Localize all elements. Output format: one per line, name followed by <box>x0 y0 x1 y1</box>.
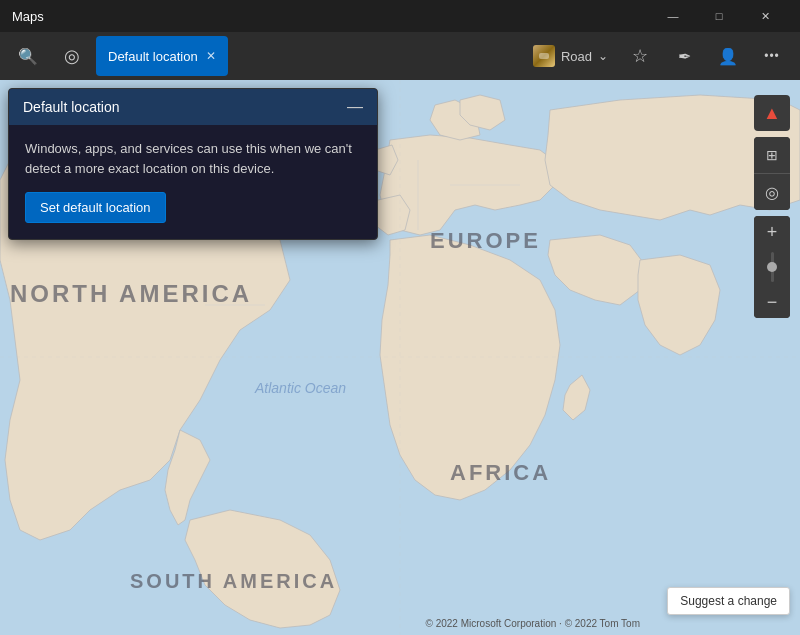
layers-button[interactable]: ⊞ <box>754 137 790 173</box>
tab-close-icon[interactable]: ✕ <box>206 49 216 63</box>
more-button[interactable]: ••• <box>752 36 792 76</box>
panel-minimize-button[interactable]: — <box>347 99 363 115</box>
more-icon: ••• <box>764 49 780 63</box>
favorites-button[interactable]: ☆ <box>620 36 660 76</box>
search-button[interactable]: 🔍 <box>8 36 48 76</box>
minimize-button[interactable]: — <box>650 0 696 32</box>
zoom-group: + − <box>754 216 790 318</box>
my-location-icon: ◎ <box>765 183 779 202</box>
tab-label: Default location <box>108 49 198 64</box>
zoom-in-button[interactable]: + <box>754 216 790 248</box>
road-map-icon <box>533 45 555 67</box>
layers-location-group: ⊞ ◎ <box>754 137 790 210</box>
chevron-down-icon: ⌄ <box>598 49 608 63</box>
zoom-controls: + − <box>754 216 790 318</box>
map-container[interactable]: NORTH AMERICA SOUTH AMERICA EUROPE AFRIC… <box>0 80 800 635</box>
zoom-track <box>771 252 774 282</box>
search-icon: 🔍 <box>18 47 38 66</box>
compass-button[interactable]: ▲ <box>754 95 790 131</box>
compass-group: ▲ <box>754 95 790 131</box>
user-button[interactable]: 👤 <box>708 36 748 76</box>
panel-description: Windows, apps, and services can use this… <box>25 139 361 178</box>
set-default-location-button[interactable]: Set default location <box>25 192 166 223</box>
titlebar: Maps — □ ✕ <box>0 0 800 32</box>
map-controls: ▲ ⊞ ◎ + − <box>754 95 790 318</box>
map-type-button[interactable]: Road ⌄ <box>525 41 616 71</box>
ink-icon: ✒ <box>678 47 691 66</box>
road-label: Road <box>561 49 592 64</box>
panel-body: Windows, apps, and services can use this… <box>9 125 377 239</box>
default-location-tab[interactable]: Default location ✕ <box>96 36 228 76</box>
user-icon: 👤 <box>718 47 738 66</box>
toolbar: 🔍 ◎ Default location ✕ Road ⌄ ☆ ✒ 👤 ••• <box>0 32 800 80</box>
default-location-panel: Default location — Windows, apps, and se… <box>8 88 378 240</box>
zoom-out-button[interactable]: − <box>754 286 790 318</box>
panel-title: Default location <box>23 99 120 115</box>
location-button[interactable]: ◎ <box>52 36 92 76</box>
ink-button[interactable]: ✒ <box>664 36 704 76</box>
favorites-icon: ☆ <box>632 45 648 67</box>
zoom-track-container <box>754 248 790 286</box>
zoom-thumb <box>767 262 777 272</box>
suggest-change-button[interactable]: Suggest a change <box>667 587 790 615</box>
location-icon: ◎ <box>64 45 80 67</box>
my-location-button[interactable]: ◎ <box>754 174 790 210</box>
panel-header: Default location — <box>9 89 377 125</box>
maximize-button[interactable]: □ <box>696 0 742 32</box>
close-button[interactable]: ✕ <box>742 0 788 32</box>
window-controls: — □ ✕ <box>650 0 788 32</box>
compass-icon: ▲ <box>763 103 781 124</box>
toolbar-right: Road ⌄ ☆ ✒ 👤 ••• <box>525 36 792 76</box>
app-title: Maps <box>12 9 44 24</box>
copyright-text: © 2022 Microsoft Corporation · © 2022 To… <box>426 618 640 629</box>
layers-group: ⊞ ◎ <box>754 137 790 210</box>
layers-icon: ⊞ <box>766 147 778 163</box>
